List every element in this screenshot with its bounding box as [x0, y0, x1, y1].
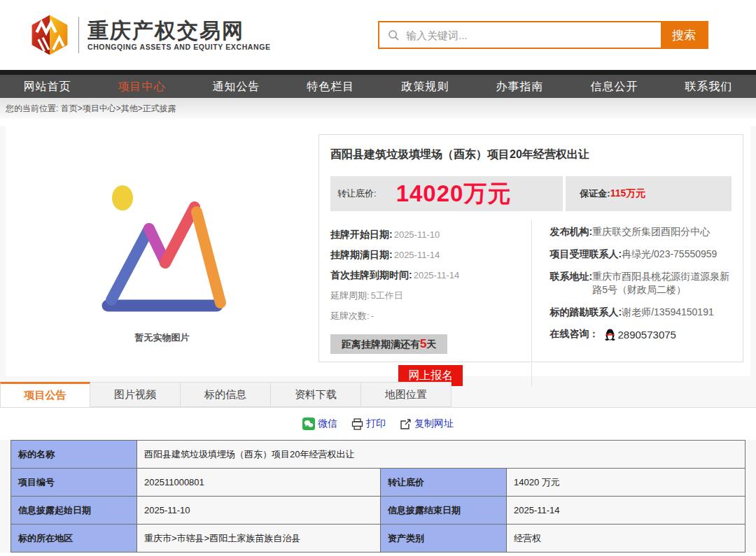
listing-title: 酉阳县建筑垃圾填埋场（酉东）项目20年经营权出让 — [330, 148, 732, 162]
share-print[interactable]: 打印 — [351, 418, 386, 430]
table-row: 项目编号 202511000801 转让底价 14020 万元 — [11, 469, 746, 497]
cell-label: 项目编号 — [11, 469, 137, 497]
main-nav: 网站首页 项目中心 通知公告 特色栏目 政策规则 办事指南 信息公开 联系我们 — [0, 75, 756, 98]
cell-label: 标的所在地区 — [11, 525, 137, 553]
table-row: 信息披露起始日期 2025-11-10 信息披露结束日期 2025-11-14 — [11, 497, 746, 525]
nav-item-home[interactable]: 网站首页 — [0, 75, 94, 98]
nav-top-strip — [0, 70, 756, 75]
tab-photos-videos[interactable]: 图片视频 — [90, 382, 181, 407]
online-consult-row: 在线咨询： 2890573075 — [550, 328, 732, 341]
no-image-icon — [75, 164, 250, 329]
logo-divider — [78, 17, 79, 53]
field-start-date: 挂牌开始日期:2025-11-10 — [330, 229, 531, 241]
cell-label: 信息披露起始日期 — [11, 497, 137, 525]
qq-number[interactable]: 2890573075 — [618, 329, 676, 341]
contact-survey: 标的踏勘联系人:谢老师/13594150191 — [550, 306, 732, 319]
no-image-text: 暂无实物图片 — [135, 332, 190, 344]
contact-publisher: 发布机构:重庆联交所集团酉阳分中心 — [550, 225, 732, 238]
site-title: 重庆产权交易网 — [88, 19, 271, 43]
cell-value: 酉阳县建筑垃圾填埋场（酉东）项目20年经营权出让 — [137, 441, 746, 469]
nav-item-projects[interactable]: 项目中心 — [94, 75, 189, 98]
nav-item-contact[interactable]: 联系我们 — [662, 75, 756, 98]
nav-item-guide[interactable]: 办事指南 — [472, 75, 567, 98]
cell-label: 信息披露结束日期 — [381, 497, 507, 525]
cell-label: 资产类别 — [381, 525, 507, 553]
listing-detail-table: 标的名称 酉阳县建筑垃圾填埋场（酉东）项目20年经营权出让 项目编号 20251… — [10, 440, 746, 553]
page-header: 重庆产权交易网 CHONGQING ASSETS AND EQUITY EXCH… — [0, 0, 756, 70]
countdown-badge: 距离挂牌期满还有5天 — [330, 334, 447, 354]
breadcrumb: 您的当前位置: 首页>项目中心>其他>正式披露 — [0, 98, 756, 119]
nav-item-disclosure[interactable]: 信息公开 — [567, 75, 662, 98]
field-extension-count: 延牌次数:- — [330, 310, 531, 322]
search-bar: 搜索 — [378, 21, 708, 49]
cell-label: 标的名称 — [11, 441, 137, 469]
contact-acceptance: 项目受理联系人:冉绿光/023-75550959 — [550, 248, 732, 261]
price-bar: 转让底价: 14020万元 保证金: 115万元 — [330, 176, 732, 211]
tab-map-location[interactable]: 地图位置 — [361, 382, 451, 407]
share-toolbar: 微信 打印 复制网址 — [0, 408, 756, 440]
qq-icon[interactable] — [605, 329, 615, 341]
cell-label: 转让底价 — [381, 469, 507, 497]
share-copy-url[interactable]: 复制网址 — [400, 418, 454, 430]
field-first-expiry: 首次挂牌到期时间:2025-11-14 — [330, 269, 531, 282]
consult-label: 在线咨询： — [550, 328, 599, 341]
copy-link-icon — [400, 418, 412, 430]
share-wechat[interactable]: 微信 — [302, 418, 337, 430]
photo-placeholder: 暂无实物图片 — [6, 126, 318, 376]
listing-info-box: 酉阳县建筑垃圾填埋场（酉东）项目20年经营权出让 转让底价: 14020万元 保… — [318, 134, 743, 362]
cell-value: 2025-11-10 — [137, 497, 381, 525]
cell-value: 经营权 — [507, 525, 746, 553]
field-end-date: 挂牌期满日期:2025-11-14 — [330, 249, 531, 262]
tab-project-notice[interactable]: 项目公告 — [0, 382, 90, 407]
tab-target-info[interactable]: 标的信息 — [181, 382, 271, 407]
search-icon — [388, 29, 400, 41]
printer-icon — [351, 418, 363, 430]
site-subtitle: CHONGQING ASSETS AND EQUITY EXCHANGE — [88, 43, 271, 51]
deposit-value: 115万元 — [610, 187, 646, 200]
wechat-icon — [302, 418, 315, 430]
field-extension-period: 延牌周期:5工作日 — [330, 290, 531, 302]
base-price-value: 14020万元 — [396, 178, 512, 210]
tab-downloads[interactable]: 资料下载 — [271, 382, 361, 407]
logo-icon — [28, 13, 71, 57]
cell-value: 202511000801 — [137, 469, 381, 497]
deposit-label: 保证金: — [580, 187, 610, 200]
listing-contacts: 发布机构:重庆联交所集团酉阳分中心 项目受理联系人:冉绿光/023-755509… — [531, 220, 732, 386]
search-button[interactable]: 搜索 — [661, 22, 707, 48]
base-price-label: 转让底价: — [337, 187, 377, 200]
contact-address: 联系地址: 重庆市酉阳县桃花源街道源泉新路5号（财政局二楼） — [550, 270, 732, 297]
cell-value: 重庆市>市辖县>酉阳土家族苗族自治县 — [137, 525, 381, 553]
site-logo[interactable]: 重庆产权交易网 CHONGQING ASSETS AND EQUITY EXCH… — [28, 13, 271, 57]
cell-value: 2025-11-14 — [507, 497, 746, 525]
search-input[interactable] — [406, 29, 661, 41]
table-row: 标的名称 酉阳县建筑垃圾填埋场（酉东）项目20年经营权出让 — [11, 441, 746, 469]
table-row: 标的所在地区 重庆市>市辖县>酉阳土家族苗族自治县 资产类别 经营权 — [11, 525, 746, 553]
nav-item-policies[interactable]: 政策规则 — [378, 75, 472, 98]
listing-dates: 挂牌开始日期:2025-11-10 挂牌期满日期:2025-11-14 首次挂牌… — [330, 220, 531, 386]
nav-item-features[interactable]: 特色栏目 — [284, 75, 378, 98]
listing-panel: 暂无实物图片 酉阳县建筑垃圾填埋场（酉东）项目20年经营权出让 转让底价: 14… — [6, 126, 750, 376]
cell-value: 14020 万元 — [507, 469, 746, 497]
nav-item-notices[interactable]: 通知公告 — [189, 75, 284, 98]
